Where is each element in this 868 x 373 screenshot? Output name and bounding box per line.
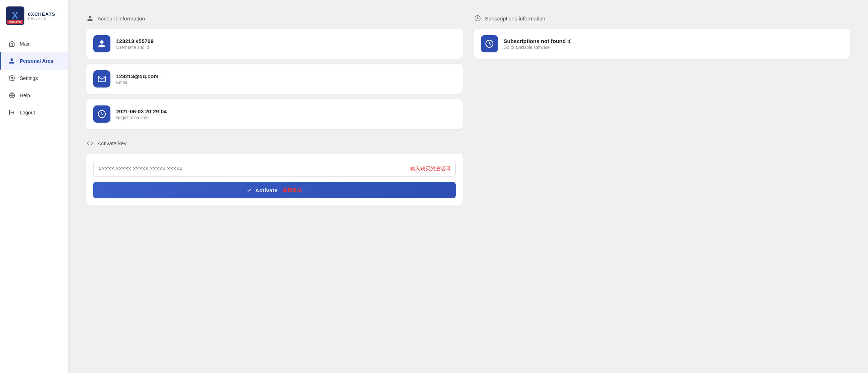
svg-text:X: X (12, 10, 18, 21)
email-card: 123213@qq.com Email (86, 64, 463, 94)
home-icon (8, 40, 15, 47)
subscriptions-not-found-card: Subscriptions not found :( Go to availab… (474, 29, 850, 59)
activate-button-hint: 点击激活 (283, 187, 302, 193)
account-section-icon (86, 14, 94, 22)
regdate-value: 2021-06-03 20:29:04 (116, 108, 167, 114)
key-input-hint: 输入购买的激活码 (410, 166, 450, 172)
sidebar-item-logout[interactable]: Logout (0, 104, 68, 121)
sidebar-item-main[interactable]: Main (0, 35, 68, 52)
key-input[interactable] (99, 165, 407, 173)
activate-section-icon (86, 139, 94, 147)
subscriptions-section-title: Subscriptions information (485, 15, 545, 22)
email-card-content: 123213@qq.com Email (116, 73, 158, 85)
activate-button-label: Activate (255, 187, 278, 193)
username-label: Username and id (116, 45, 153, 50)
activate-card: 输入购买的激活码 Activate 点击激活 (86, 154, 463, 206)
account-section: Account information 123213 #55709 Userna… (86, 14, 463, 206)
globe-icon (8, 92, 15, 99)
main-content: Account information 123213 #55709 Userna… (68, 0, 868, 373)
regdate-label: Registration date (116, 115, 167, 120)
subscriptions-card-content: Subscriptions not found :( Go to availab… (504, 38, 571, 50)
checkmark-icon (247, 187, 252, 193)
activate-section-title: Activate key (98, 140, 127, 146)
user-icon (8, 57, 15, 65)
email-label: Email (116, 80, 158, 85)
logo-text: 0XCHEATS PRIVATE (28, 11, 55, 20)
svg-point-4 (11, 77, 13, 79)
regdate-card: 2021-06-03 20:29:04 Registration date (86, 99, 463, 129)
sections-row: Account information 123213 #55709 Userna… (86, 14, 850, 206)
sidebar-item-main-label: Main (20, 41, 30, 47)
account-section-header: Account information (86, 14, 463, 22)
subscriptions-card-icon (481, 35, 498, 52)
activate-header: Activate key (86, 139, 463, 147)
gear-icon (8, 75, 15, 82)
email-card-icon (93, 70, 110, 88)
subscriptions-not-found-sub: Go to available software (504, 45, 571, 50)
account-section-title: Account information (98, 15, 145, 22)
sidebar-item-settings[interactable]: Settings (0, 70, 68, 87)
key-input-wrapper: 输入购买的激活码 (93, 161, 456, 177)
sidebar-item-settings-label: Settings (20, 75, 38, 81)
sidebar-item-personal-area-label: Personal Area (20, 58, 53, 64)
sidebar-nav: Main Personal Area Settings (0, 35, 68, 121)
sidebar-item-personal-area[interactable]: Personal Area (0, 52, 68, 70)
sidebar-item-logout-label: Logout (20, 110, 35, 115)
regdate-card-icon (93, 105, 110, 123)
subscriptions-section-icon (474, 14, 482, 22)
subscriptions-section-header: Subscriptions information (474, 14, 850, 22)
logo-subtitle: PRIVATE (28, 17, 55, 20)
username-value: 123213 #55709 (116, 38, 153, 44)
username-card-icon (93, 35, 110, 52)
logo-area: X CHEATS 0XCHEATS PRIVATE (0, 0, 61, 32)
username-card: 123213 #55709 Username and id (86, 29, 463, 59)
activate-section: Activate key 输入购买的激活码 Activate 点击激活 (86, 139, 463, 206)
subscriptions-not-found-title: Subscriptions not found :( (504, 38, 571, 44)
svg-text:CHEATS: CHEATS (9, 21, 21, 23)
sidebar-item-help-label: Help (20, 93, 30, 98)
sidebar: X CHEATS 0XCHEATS PRIVATE Main (0, 0, 68, 373)
logout-icon (8, 109, 15, 116)
activate-button[interactable]: Activate 点击激活 (93, 182, 456, 198)
subscriptions-section: Subscriptions information Subscriptions … (474, 14, 850, 206)
regdate-card-content: 2021-06-03 20:29:04 Registration date (116, 108, 167, 120)
email-value: 123213@qq.com (116, 73, 158, 79)
sidebar-item-help[interactable]: Help (0, 87, 68, 104)
logo-title: 0XCHEATS (28, 11, 55, 17)
logo-icon: X CHEATS (6, 6, 24, 25)
username-card-content: 123213 #55709 Username and id (116, 38, 153, 50)
